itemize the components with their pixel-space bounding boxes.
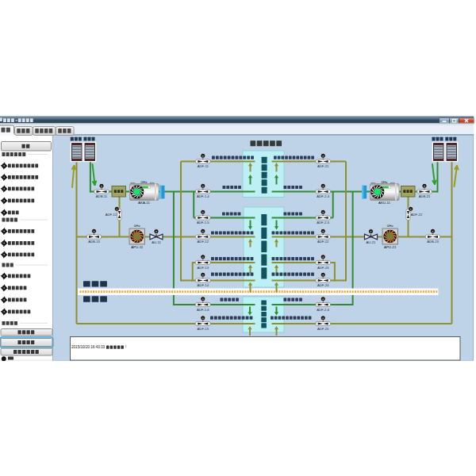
svg-text:APU-21: APU-21 — [384, 245, 397, 249]
svg-text:0Hz: 0Hz — [387, 224, 393, 228]
svg-text:ADF-14: ADF-14 — [198, 283, 209, 287]
svg-text:ADF-22: ADF-22 — [411, 213, 423, 217]
svg-text:ADF-11: ADF-11 — [198, 164, 209, 168]
svg-text:ADF-21: ADF-21 — [317, 164, 329, 168]
svg-text:ADB-23: ADB-23 — [427, 240, 439, 244]
svg-text:ADF-13: ADF-13 — [198, 266, 209, 270]
svg-text:ADF-1-4: ADF-1-4 — [197, 194, 209, 198]
svg-text:ADB-11: ADB-11 — [96, 194, 108, 198]
svg-text:ADF-23: ADF-23 — [317, 266, 329, 270]
svg-text:!: ! — [125, 345, 126, 349]
svg-text:ADB-21: ADB-21 — [419, 194, 431, 198]
svg-text:AU-21: AU-21 — [367, 240, 377, 244]
svg-text:ADF-12: ADF-12 — [106, 213, 117, 217]
svg-text:ADF-15: ADF-15 — [198, 327, 209, 331]
svg-text:ADF-22: ADF-22 — [317, 240, 329, 244]
svg-text:ADF-25: ADF-25 — [317, 327, 329, 331]
svg-text:AKU-11: AKU-11 — [378, 201, 391, 205]
svg-text:APU-11: APU-11 — [131, 245, 144, 249]
svg-text:ADF-1-5: ADF-1-5 — [197, 221, 209, 225]
svg-text:0Hz: 0Hz — [141, 180, 148, 184]
svg-text:ADB-13: ADB-13 — [88, 240, 100, 244]
svg-text:ADF-24: ADF-24 — [317, 283, 329, 287]
svg-text:ADF-2-4: ADF-2-4 — [317, 194, 329, 198]
svg-text:AKA-11: AKA-11 — [138, 201, 150, 205]
svg-text:ADF-2-6: ADF-2-6 — [317, 308, 329, 312]
svg-text:ADF-12: ADF-12 — [198, 240, 209, 244]
svg-text:0Hz: 0Hz — [382, 180, 388, 184]
svg-text:AU-11: AU-11 — [152, 240, 161, 244]
svg-text:2015/10/20 16:43:33: 2015/10/20 16:43:33 — [71, 345, 106, 349]
svg-text:0Hz: 0Hz — [134, 224, 140, 228]
svg-text:ADF-2-5: ADF-2-5 — [317, 221, 329, 225]
svg-text:ADF-1-6: ADF-1-6 — [197, 308, 209, 312]
